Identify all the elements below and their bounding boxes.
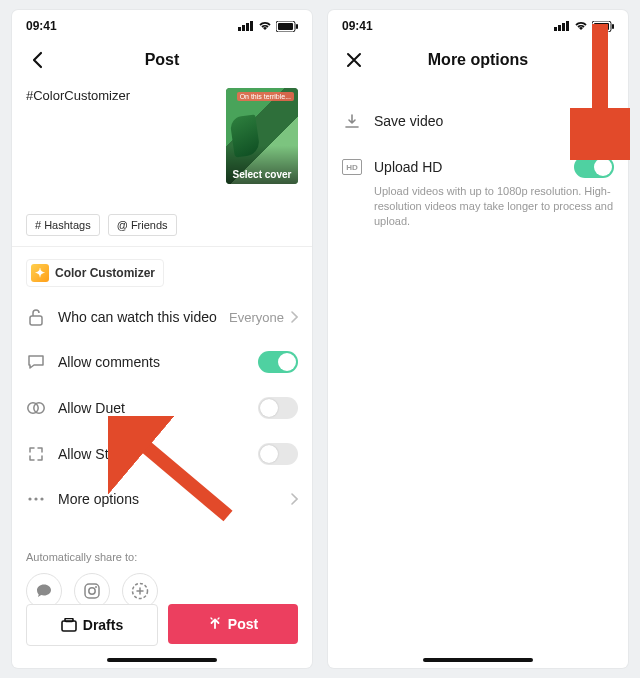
- video-thumbnail[interactable]: On this terrible... Select cover: [226, 88, 298, 184]
- upload-hd-hint: Upload videos with up to 1080p resolutio…: [328, 184, 628, 229]
- stitch-toggle[interactable]: [258, 443, 298, 465]
- status-time: 09:41: [342, 19, 373, 33]
- status-time: 09:41: [26, 19, 57, 33]
- home-indicator: [107, 658, 217, 662]
- svg-point-10: [28, 497, 31, 500]
- download-icon: [342, 111, 362, 131]
- status-bar: 09:41: [12, 10, 312, 40]
- svg-rect-6: [296, 24, 298, 29]
- hashtags-chip[interactable]: # Hashtags: [26, 214, 100, 236]
- svg-rect-7: [30, 316, 42, 325]
- duet-icon: [26, 398, 46, 418]
- more-nav: More options: [328, 40, 628, 80]
- friends-chip[interactable]: @ Friends: [108, 214, 177, 236]
- upload-icon: [208, 617, 222, 631]
- drafts-button[interactable]: Drafts: [26, 604, 158, 646]
- row-more-options[interactable]: More options: [12, 477, 312, 521]
- share-label: Automatically share to:: [26, 551, 298, 563]
- bottom-bar: Drafts Post: [26, 604, 298, 646]
- battery-icon: [592, 21, 614, 32]
- home-indicator: [423, 658, 533, 662]
- stitch-label: Allow Stitch: [58, 446, 258, 462]
- post-nav: Post: [12, 40, 312, 80]
- caption-input[interactable]: #ColorCustomizer: [26, 88, 218, 184]
- effect-name: Color Customizer: [55, 266, 155, 280]
- svg-point-15: [95, 586, 97, 588]
- post-screen: 09:41 Post #ColorCustomizer On this terr…: [12, 10, 312, 668]
- lock-icon: [26, 307, 46, 327]
- ellipsis-icon: [26, 489, 46, 509]
- svg-rect-17: [62, 621, 76, 631]
- svg-point-8: [28, 403, 38, 413]
- svg-rect-22: [566, 21, 569, 31]
- upload-hd-label: Upload HD: [374, 159, 574, 175]
- duet-label: Allow Duet: [58, 400, 258, 416]
- add-story-icon: [130, 581, 150, 601]
- svg-rect-2: [246, 23, 249, 31]
- svg-rect-1: [242, 25, 245, 31]
- instagram-icon: [83, 582, 101, 600]
- hd-icon: HD: [342, 157, 362, 177]
- more-rows: Save video HD Upload HD Upload videos wi…: [328, 98, 628, 229]
- svg-rect-5: [278, 23, 293, 30]
- svg-rect-20: [558, 25, 561, 31]
- settings-rows: Who can watch this video Everyone Allow …: [12, 295, 312, 521]
- svg-point-9: [34, 403, 44, 413]
- svg-point-12: [40, 497, 43, 500]
- privacy-label: Who can watch this video: [58, 309, 229, 325]
- svg-point-14: [89, 588, 95, 594]
- more-options-screen: 09:41 More options Save video HD Upload …: [328, 10, 628, 668]
- thumbnail-audio-tag: On this terrible...: [237, 92, 294, 101]
- back-button[interactable]: [24, 46, 52, 74]
- svg-rect-21: [562, 23, 565, 31]
- effect-pill[interactable]: ✦ Color Customizer: [26, 259, 164, 287]
- privacy-value: Everyone: [229, 310, 298, 325]
- caption-chip-row: # Hashtags @ Friends: [12, 184, 312, 247]
- svg-rect-18: [65, 619, 73, 622]
- post-button[interactable]: Post: [168, 604, 298, 644]
- row-save-video: Save video: [328, 98, 628, 144]
- signal-icon: [238, 21, 254, 31]
- status-bar: 09:41: [328, 10, 628, 40]
- speech-bubble-icon: [35, 583, 53, 599]
- svg-rect-13: [85, 584, 99, 598]
- wifi-icon: [258, 21, 272, 31]
- row-comments: Allow comments: [12, 339, 312, 385]
- svg-rect-19: [554, 27, 557, 31]
- svg-rect-0: [238, 27, 241, 31]
- svg-rect-3: [250, 21, 253, 31]
- close-icon: [346, 52, 362, 68]
- save-video-toggle[interactable]: [574, 110, 614, 132]
- chevron-right-icon: [290, 311, 298, 323]
- sparkle-icon: ✦: [31, 264, 49, 282]
- comments-toggle[interactable]: [258, 351, 298, 373]
- share-bar: Automatically share to:: [12, 521, 312, 617]
- svg-point-11: [34, 497, 37, 500]
- save-video-label: Save video: [374, 113, 574, 129]
- more-options-label: More options: [58, 491, 290, 507]
- comments-label: Allow comments: [58, 354, 258, 370]
- svg-rect-25: [612, 24, 614, 29]
- comment-icon: [26, 352, 46, 372]
- row-stitch: Allow Stitch: [12, 431, 312, 477]
- wifi-icon: [574, 21, 588, 31]
- row-privacy[interactable]: Who can watch this video Everyone: [12, 295, 312, 339]
- status-icons: [238, 21, 298, 32]
- chevron-right-icon: [290, 493, 298, 505]
- drafts-icon: [61, 618, 77, 632]
- row-duet: Allow Duet: [12, 385, 312, 431]
- battery-icon: [276, 21, 298, 32]
- close-button[interactable]: [340, 46, 368, 74]
- compose-area: #ColorCustomizer On this terrible... Sel…: [12, 80, 312, 184]
- upload-hd-toggle[interactable]: [574, 156, 614, 178]
- stitch-icon: [26, 444, 46, 464]
- status-icons: [554, 21, 614, 32]
- duet-toggle[interactable]: [258, 397, 298, 419]
- select-cover-label: Select cover: [226, 169, 298, 180]
- chevron-left-icon: [31, 51, 45, 69]
- signal-icon: [554, 21, 570, 31]
- page-title: More options: [428, 51, 528, 69]
- svg-rect-24: [594, 23, 609, 30]
- page-title: Post: [145, 51, 180, 69]
